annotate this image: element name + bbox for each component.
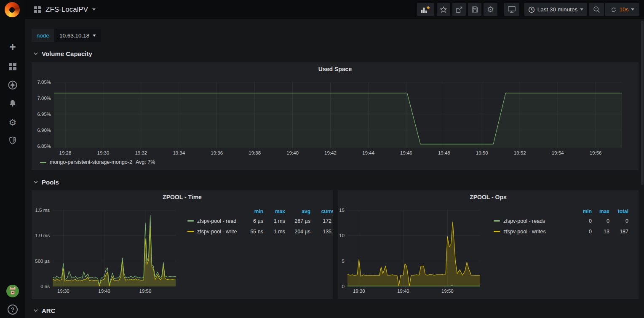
chevron-down-icon (33, 179, 38, 184)
legend-row-read: zfspv-pool - read 6 µs 1 ms 267 µs 172 µ… (187, 216, 333, 226)
x-axis-tick-label: 19:40 (286, 150, 299, 155)
col-header-max[interactable]: max (592, 208, 609, 214)
col-header-min[interactable]: min (574, 208, 592, 214)
used-space-chart[interactable]: 7.05%7.00%6.95%6.90%6.85%19:2819:3019:32… (32, 62, 639, 170)
y-axis-tick-label: 15 (339, 208, 345, 213)
cycle-view-button[interactable] (504, 3, 519, 16)
monitor-icon (508, 6, 516, 13)
legend-row-reads: zfspv-pool - reads 0 0 0 (494, 216, 628, 226)
title-caret-icon[interactable] (92, 8, 96, 11)
user-avatar[interactable] (0, 283, 25, 299)
stat-min: 0 (574, 218, 592, 224)
node-variable-label: node (32, 29, 54, 42)
x-axis-tick-label: 19:50 (476, 150, 488, 155)
y-axis-tick-label: 7.00% (37, 96, 51, 101)
section-arc[interactable]: ARC (33, 305, 56, 315)
section-title: Volume Capacity (42, 50, 92, 57)
y-axis-tick-label: 6.90% (37, 128, 51, 133)
stat-total: 187 (609, 229, 628, 235)
legend-series-name[interactable]: zfspv-pool - write (197, 229, 237, 235)
share-button[interactable] (452, 3, 466, 16)
col-header-total[interactable]: total (609, 208, 628, 214)
plus-icon: + (9, 41, 16, 52)
zoom-out-button[interactable] (589, 3, 604, 16)
star-button[interactable] (437, 3, 450, 16)
stat-min: 55 ns (241, 229, 263, 235)
y-axis-tick-label: 6.85% (37, 144, 51, 149)
chevron-down-icon (33, 51, 38, 56)
dashboard-title[interactable]: ZFS-LocalPV (45, 5, 88, 14)
stat-current: 135 µs (310, 229, 333, 235)
help-button[interactable]: ? (0, 302, 25, 318)
panel-title[interactable]: ZPOOL - Ops (338, 194, 639, 200)
alerting-icon[interactable] (0, 96, 25, 112)
legend-series-name[interactable]: zfspv-pool - reads (503, 218, 545, 224)
refresh-icon (610, 6, 617, 13)
dashboards-icon[interactable] (0, 59, 25, 75)
grafana-logo[interactable] (5, 2, 21, 18)
y-axis-tick-label: 5 (342, 259, 345, 264)
y-axis-tick-label: 0 ns (40, 284, 50, 289)
panel-used-space: 7.05%7.00%6.95%6.90%6.85%19:2819:3019:32… (32, 62, 639, 170)
section-volume-capacity[interactable]: Volume Capacity (33, 48, 92, 59)
section-pools[interactable]: Pools (33, 177, 59, 187)
create-icon[interactable]: + (0, 39, 25, 55)
time-range-caret-icon (580, 8, 583, 11)
y-axis-tick-label: 6.95% (37, 112, 51, 117)
x-axis-tick-label: 19:38 (249, 150, 261, 155)
stat-total: 0 (609, 218, 628, 224)
scrollbar-track[interactable] (641, 19, 644, 318)
server-admin-icon[interactable] (0, 133, 25, 149)
grid-icon (8, 62, 17, 71)
add-panel-button[interactable] (417, 3, 434, 16)
settings-button[interactable]: ⚙ (484, 3, 497, 16)
zpool-ops-chart[interactable]: 15105019:3019:4019:50 (338, 190, 639, 299)
x-axis-tick-label: 19:40 (98, 289, 110, 294)
x-axis-tick-label: 19:34 (173, 150, 185, 155)
navbar: ZFS-LocalPV ⚙ (25, 0, 644, 19)
stat-max: 13 (592, 229, 609, 235)
configuration-icon[interactable]: ⚙ (0, 114, 25, 130)
refresh-button[interactable]: 10s (605, 3, 639, 16)
col-header-avg[interactable]: avg (285, 208, 310, 214)
col-header-min[interactable]: min (241, 208, 263, 214)
legend-series-name[interactable]: zfspv-pool - read (197, 218, 236, 224)
x-axis-tick-label: 19:32 (135, 150, 147, 155)
zpool-time-chart[interactable]: 1.5 ms1.0 ms500 µs0 ns19:3019:4019:50 (32, 190, 333, 299)
x-axis-tick-label: 19:30 (57, 289, 69, 294)
legend-series-name[interactable]: zfspv-pool - writes (503, 229, 546, 235)
explore-icon[interactable] (0, 77, 25, 93)
save-icon (471, 6, 478, 13)
col-header-current[interactable]: current (310, 208, 333, 214)
node-variable-value[interactable]: 10.63.10.18 (54, 29, 101, 42)
star-icon (440, 6, 447, 13)
legend-marker (187, 231, 194, 232)
dashboard-grid-icon (34, 6, 41, 13)
legend-marker (187, 220, 194, 222)
chevron-down-icon (33, 308, 38, 313)
node-variable-picker: node 10.63.10.18 (32, 29, 101, 42)
save-button[interactable] (468, 3, 481, 16)
sidebar: + ⚙ (0, 0, 25, 318)
compass-icon (8, 80, 18, 90)
series-area (54, 93, 622, 148)
gear-icon: ⚙ (487, 5, 494, 13)
x-axis-tick-label: 19:30 (353, 289, 365, 294)
scrollbar-thumb[interactable] (641, 21, 644, 185)
bell-icon (8, 99, 17, 108)
dashboard-content: node 10.63.10.18 Volume Capacity 7.05%7.… (25, 19, 644, 318)
avatar-icon (6, 285, 19, 297)
stat-max: 0 (592, 218, 609, 224)
panel-title[interactable]: Used Space (32, 66, 639, 72)
used-space-legend: mongo-persistent-storage-mongo-2 Avg: 7% (40, 159, 155, 165)
y-axis-tick-label: 10 (339, 233, 345, 238)
panel-title[interactable]: ZPOOL - Time (32, 194, 333, 200)
legend-series-name[interactable]: mongo-persistent-storage-mongo-2 (50, 159, 132, 165)
series-area (347, 222, 480, 286)
x-axis-tick-label: 19:44 (362, 150, 374, 155)
time-range-picker[interactable]: Last 30 minutes (524, 3, 587, 16)
y-axis-tick-label: 0 (342, 284, 345, 289)
x-axis-tick-label: 19:40 (397, 289, 409, 294)
col-header-max[interactable]: max (263, 208, 285, 214)
y-axis-tick-label: 7.05% (37, 80, 51, 85)
